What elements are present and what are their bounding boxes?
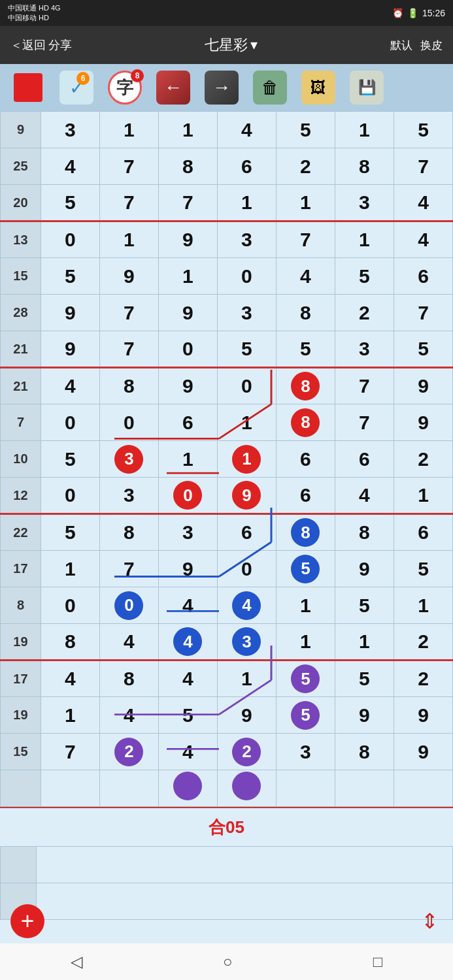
table-cell[interactable]	[335, 770, 394, 807]
add-button[interactable]: +	[10, 904, 44, 938]
table-cell[interactable]: 9	[158, 368, 217, 404]
table-cell[interactable]: 1	[99, 221, 158, 258]
table-cell[interactable]: 5	[394, 551, 452, 587]
table-cell[interactable]: 7	[394, 148, 452, 185]
table-cell[interactable]: 6	[276, 478, 335, 514]
table-cell[interactable]: 0	[158, 478, 217, 514]
table-cell[interactable]: 4	[158, 661, 217, 697]
table-cell[interactable]: 3	[99, 441, 158, 478]
table-cell[interactable]: 5	[217, 331, 276, 368]
table-cell[interactable]: 1	[394, 587, 452, 624]
table-cell[interactable]: 7	[41, 734, 99, 770]
table-cell[interactable]: 1	[158, 441, 217, 478]
table-cell[interactable]: 4	[158, 734, 217, 770]
scroll-button[interactable]: ⇕	[416, 904, 443, 938]
table-cell[interactable]: 5	[276, 697, 335, 734]
table-cell[interactable]: 6	[394, 514, 452, 551]
table-cell[interactable]: 6	[158, 404, 217, 441]
table-cell[interactable]: 5	[276, 331, 335, 368]
table-cell[interactable]: 9	[41, 331, 99, 368]
table-cell[interactable]: 7	[335, 368, 394, 404]
table-cell[interactable]: 2	[394, 441, 452, 478]
table-cell[interactable]: 1	[335, 112, 394, 148]
table-cell[interactable]: 9	[217, 478, 276, 514]
trash-tool[interactable]: 🗑	[247, 68, 293, 107]
table-cell[interactable]: 5	[335, 587, 394, 624]
table-cell[interactable]: 3	[217, 624, 276, 661]
table-cell[interactable]: 8	[276, 404, 335, 441]
table-cell[interactable]: 5	[41, 441, 99, 478]
table-cell[interactable]: 8	[41, 624, 99, 661]
table-cell[interactable]: 6	[394, 258, 452, 295]
table-cell[interactable]: 0	[41, 587, 99, 624]
table-cell[interactable]: 3	[158, 514, 217, 551]
table-cell[interactable]: 7	[394, 295, 452, 331]
table-cell[interactable]: 4	[158, 624, 217, 661]
table-cell[interactable]	[158, 770, 217, 807]
table-cell[interactable]: 8	[335, 734, 394, 770]
table-cell[interactable]: 9	[335, 551, 394, 587]
table-cell[interactable]	[41, 770, 99, 807]
table-cell[interactable]: 8	[276, 368, 335, 404]
table-cell[interactable]: 0	[99, 404, 158, 441]
table-cell[interactable]: 6	[276, 441, 335, 478]
table-cell[interactable]: 5	[41, 185, 99, 221]
table-cell[interactable]: 1	[158, 258, 217, 295]
android-home-button[interactable]: ○	[223, 953, 233, 971]
table-cell[interactable]: 0	[41, 221, 99, 258]
table-cell[interactable]: 4	[158, 587, 217, 624]
table-cell[interactable]: 5	[41, 514, 99, 551]
table-cell[interactable]: 4	[99, 697, 158, 734]
table-cell[interactable]: 1	[41, 551, 99, 587]
table-cell[interactable]: 3	[335, 185, 394, 221]
table-cell[interactable]: 7	[99, 185, 158, 221]
table-cell[interactable]: 8	[276, 295, 335, 331]
table-cell[interactable]: 2	[335, 295, 394, 331]
table-cell[interactable]: 5	[335, 661, 394, 697]
back-button[interactable]: ＜返回	[10, 37, 46, 53]
default-button[interactable]: 默认	[390, 38, 412, 53]
table-cell[interactable]: 4	[217, 587, 276, 624]
table-cell[interactable]: 4	[99, 624, 158, 661]
table-cell[interactable]: 9	[217, 697, 276, 734]
table-cell[interactable]: 4	[394, 221, 452, 258]
table-cell[interactable]: 2	[99, 734, 158, 770]
table-cell[interactable]: 3	[41, 112, 99, 148]
table-cell[interactable]: 2	[394, 661, 452, 697]
table-cell[interactable]: 0	[41, 404, 99, 441]
save-tool[interactable]: 💾	[344, 68, 390, 107]
arrow-left-tool[interactable]: ←	[150, 68, 196, 107]
table-cell[interactable]: 1	[335, 221, 394, 258]
table-cell[interactable]: 0	[41, 478, 99, 514]
table-cell[interactable]: 2	[217, 734, 276, 770]
table-cell[interactable]: 5	[394, 112, 452, 148]
table-cell[interactable]: 4	[41, 148, 99, 185]
table-cell[interactable]: 0	[217, 368, 276, 404]
table-cell[interactable]: 3	[335, 331, 394, 368]
table-cell[interactable]: 0	[217, 258, 276, 295]
table-cell[interactable]: 0	[158, 331, 217, 368]
table-cell[interactable]: 7	[99, 148, 158, 185]
table-cell[interactable]: 8	[99, 514, 158, 551]
table-cell[interactable]: 9	[394, 368, 452, 404]
table-cell[interactable]: 9	[158, 551, 217, 587]
table-cell[interactable]: 2	[276, 148, 335, 185]
table-cell[interactable]: 4	[217, 112, 276, 148]
red-square-tool[interactable]	[5, 68, 51, 107]
table-cell[interactable]: 9	[394, 734, 452, 770]
table-cell[interactable]: 7	[276, 221, 335, 258]
table-cell[interactable]: 9	[335, 697, 394, 734]
table-cell[interactable]: 4	[394, 185, 452, 221]
table-cell[interactable]: 7	[99, 551, 158, 587]
table-cell[interactable]: 1	[276, 185, 335, 221]
table-cell[interactable]: 6	[217, 514, 276, 551]
android-back-button[interactable]: ◁	[71, 953, 82, 971]
nav-right-group[interactable]: 默认 换皮	[390, 38, 443, 53]
skin-button[interactable]: 换皮	[420, 38, 443, 53]
table-cell[interactable]: 3	[217, 221, 276, 258]
table-cell[interactable]: 1	[276, 624, 335, 661]
table-cell[interactable]: 1	[217, 404, 276, 441]
table-cell[interactable]: 1	[276, 587, 335, 624]
share-button[interactable]: 分享	[48, 37, 72, 53]
table-cell[interactable]: 3	[276, 734, 335, 770]
